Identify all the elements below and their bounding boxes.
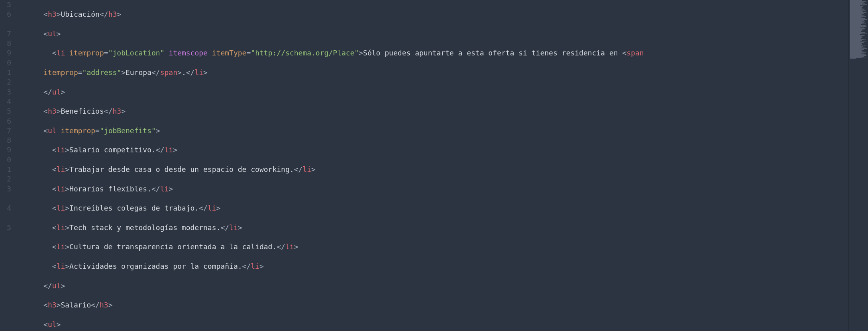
line-number: 1 (0, 68, 11, 77)
code-line[interactable]: <li>Actividades organizadas por la compa… (18, 262, 848, 271)
line-number (0, 20, 11, 29)
line-number: 0 (0, 58, 11, 68)
line-number (0, 213, 11, 223)
minimap[interactable] (848, 0, 868, 331)
line-number: 9 (0, 48, 11, 58)
line-number (0, 194, 11, 203)
code-line[interactable]: </ul> (18, 281, 848, 291)
line-number: 6 (0, 116, 11, 126)
code-line[interactable]: <li itemprop="jobLocation" itemscope ite… (18, 48, 848, 58)
line-number: 2 (0, 174, 11, 184)
code-line[interactable]: <h3>Ubicación</h3> (18, 10, 848, 19)
code-line[interactable]: <h3>Beneficios</h3> (18, 106, 848, 116)
line-number: 7 (0, 126, 11, 136)
code-line[interactable]: <h3>Salario</h3> (18, 300, 848, 310)
code-line[interactable]: <li>Increíbles colegas de trabajo.</li> (18, 203, 848, 213)
line-number: 4 (0, 203, 11, 213)
line-number: 2 (0, 77, 11, 87)
line-number: 1 (0, 165, 11, 174)
line-number: 4 (0, 97, 11, 106)
code-line[interactable]: <ul itemprop="jobBenefits"> (18, 126, 848, 136)
line-number: 9 (0, 145, 11, 155)
line-number: 5 (0, 0, 11, 10)
line-number: 8 (0, 136, 11, 145)
line-number: 3 (0, 87, 11, 97)
code-line[interactable]: <li>Cultura de transparencia orientada a… (18, 242, 848, 252)
line-number: 7 (0, 29, 11, 39)
line-number: 8 (0, 39, 11, 48)
code-line[interactable]: <li>Tech stack y metodologías modernas.<… (18, 223, 848, 232)
line-number: 5 (0, 223, 11, 232)
line-gutter: 5 6 7 8 9 0 1 2 3 4 5 6 7 8 9 0 1 2 3 4 … (0, 0, 15, 331)
code-line[interactable]: <li>Trabajar desde casa o desde un espac… (18, 165, 848, 174)
line-number: 6 (0, 10, 11, 19)
code-line[interactable]: itemprop="address">Europa</span>.</li> (18, 68, 848, 77)
code-line[interactable]: <ul> (18, 29, 848, 39)
line-number: 5 (0, 106, 11, 116)
code-line[interactable]: <li>Horarios flexibles.</li> (18, 184, 848, 194)
line-number: 0 (0, 155, 11, 165)
line-number: 3 (0, 184, 11, 194)
code-line[interactable]: <li>Salario competitivo.</li> (18, 145, 848, 155)
code-line[interactable]: </ul> (18, 87, 848, 97)
code-editor[interactable]: <h3>Ubicación</h3> <ul> <li itemprop="jo… (15, 0, 848, 331)
code-line[interactable]: <ul> (18, 320, 848, 329)
